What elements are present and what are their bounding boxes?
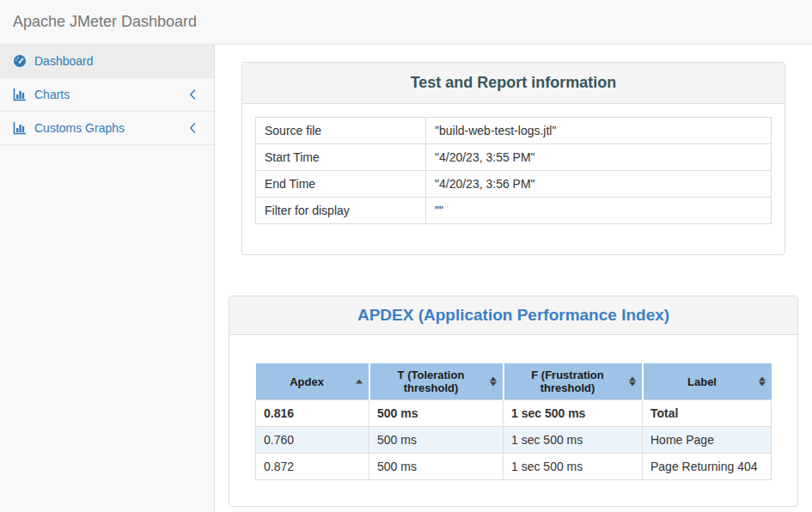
info-value: "" [426,198,772,224]
toleration-value: 500 ms [369,400,504,427]
info-value: "4/20/23, 3:55 PM" [426,144,772,171]
sidebar-item-label: Dashboard [34,54,201,68]
apdex-value: 0.872 [256,454,369,480]
column-header-label[interactable]: Label [643,363,772,400]
main-content: Test and Report information Source file … [215,45,812,512]
table-header-row: Apdex T (Toleration threshold) F (Frustr… [256,363,772,400]
gauge-icon [13,54,27,68]
info-label: Source file [256,118,426,144]
app-title: Apache JMeter Dashboard [13,13,197,31]
table-row: 0.760 500 ms 1 sec 500 ms Home Page [256,427,772,454]
apdex-value: 0.760 [256,427,369,454]
table-row: Source file "build-web-test-logs.jtl" [256,118,772,144]
frustration-value: 1 sec 500 ms [504,400,643,427]
test-info-table: Source file "build-web-test-logs.jtl" St… [255,117,772,224]
info-value: "build-web-test-logs.jtl" [426,118,772,144]
apdex-panel-body: Apdex T (Toleration threshold) F (Frustr… [229,335,797,506]
chevron-left-icon [189,123,198,133]
table-row: Filter for display "" [256,198,772,224]
table-row: End Time "4/20/23, 3:56 PM" [256,171,772,198]
sort-both-icon [759,377,766,387]
bar-chart-icon [13,88,27,101]
sort-both-icon [629,377,636,387]
test-info-panel: Test and Report information Source file … [241,62,785,255]
label-value: Page Returning 404 [643,454,772,480]
toleration-value: 500 ms [369,427,504,454]
apdex-panel-heading: APDEX (Application Performance Index) [229,296,797,335]
frustration-value: 1 sec 500 ms [504,427,643,454]
sidebar-item-customs-graphs[interactable]: Customs Graphs [0,112,214,145]
apdex-table: Apdex T (Toleration threshold) F (Frustr… [255,363,772,480]
sidebar-item-charts[interactable]: Charts [0,78,214,112]
apdex-panel: APDEX (Application Performance Index) Ap… [229,296,798,507]
label-value: Home Page [643,427,772,454]
sort-both-icon [490,377,497,387]
table-row: Start Time "4/20/23, 3:55 PM" [256,144,772,171]
bar-chart-icon [13,121,27,135]
test-info-panel-heading: Test and Report information [242,63,785,104]
sidebar-item-label: Customs Graphs [34,121,189,135]
top-navbar: Apache JMeter Dashboard [0,0,812,45]
info-value: "4/20/23, 3:56 PM" [426,171,772,198]
column-header-frustration[interactable]: F (Frustration threshold) [504,363,643,400]
info-label: End Time [256,171,426,198]
sort-ascending-icon [356,380,363,384]
sidebar-item-dashboard[interactable]: Dashboard [0,45,214,78]
frustration-value: 1 sec 500 ms [504,454,643,480]
label-value: Total [643,400,772,427]
column-header-apdex[interactable]: Apdex [256,363,369,400]
info-label: Start Time [256,144,426,171]
table-row-total: 0.816 500 ms 1 sec 500 ms Total [256,400,772,427]
table-row: 0.872 500 ms 1 sec 500 ms Page Returning… [256,454,772,480]
test-info-panel-title: Test and Report information [411,74,617,91]
test-info-panel-body: Source file "build-web-test-logs.jtl" St… [242,104,785,254]
sidebar: Dashboard Charts [0,45,215,512]
apdex-value: 0.816 [256,400,369,427]
apdex-panel-title: APDEX (Application Performance Index) [357,306,669,324]
sidebar-item-label: Charts [34,88,189,101]
column-header-toleration[interactable]: T (Toleration threshold) [369,363,504,400]
info-label: Filter for display [256,198,426,224]
chevron-left-icon [189,89,198,100]
toleration-value: 500 ms [369,454,504,480]
